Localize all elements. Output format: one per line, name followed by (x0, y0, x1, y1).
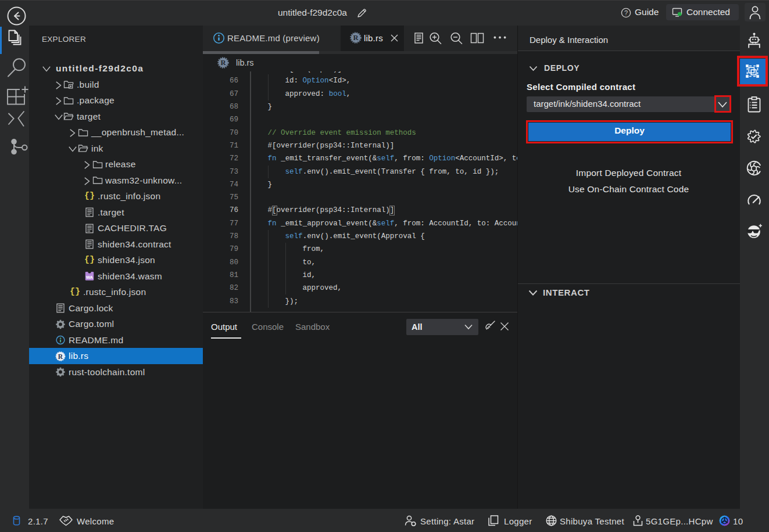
svg-text:R: R (58, 353, 63, 360)
svg-text:?: ? (624, 9, 628, 16)
svg-text:WA: WA (86, 275, 94, 280)
svg-text:R: R (220, 59, 226, 67)
svg-text:R: R (353, 34, 359, 42)
